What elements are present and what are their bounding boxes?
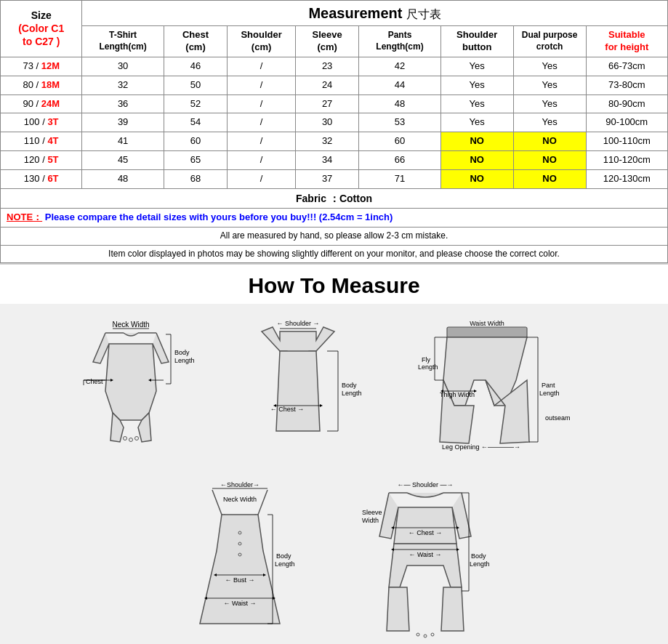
shoulder-header: Shoulder(cm) [228,26,296,57]
note-label: NOTE： [7,212,42,222]
svg-marker-30 [474,390,477,393]
body-length-dress2: Length [275,560,295,568]
how-to-section: How To Measure Neck Width [0,263,668,644]
svg-point-51 [431,633,434,636]
info-row-2: Item color displayed in photos may be sh… [1,245,668,263]
dress-svg: ←Shoulder→ Neck Width Body [160,478,320,638]
sleeve-cell: 27 [295,94,358,113]
pants-svg: Waist Width Fly Length Thig [407,318,589,464]
shoulder-label-d2: ← Shoulder → [276,320,319,327]
sleeve-width-label2: Width [362,517,379,524]
tshirt-cell: 48 [82,170,164,189]
leg-opening-label: Leg Opening ←————→ [442,443,520,451]
tshirt-header: T-ShirtLength(cm) [82,26,164,57]
jumpsuit-svg: ←— Shoulder —→ [342,478,509,638]
size-cell: 130 / 6T [1,170,82,189]
body-length-label2: Length [174,357,195,364]
height-cell: 90-100cm [586,113,667,132]
waist-label-dress: ← Waist → [223,600,256,607]
body-length-dress: Body [276,552,291,560]
size-cell: 80 / 18M [1,76,82,94]
btn-cell: NO [440,170,513,189]
shoulder-btn-header: Shoulderbutton [440,26,513,57]
size-header: Size (Color C1to C27 ) [1,1,82,57]
diagram-dress: ←Shoulder→ Neck Width Body [160,478,320,638]
dual-cell: NO [513,132,586,151]
dual-cell: NO [513,170,586,189]
bodylength-label-d2b: Length [342,390,362,397]
svg-point-4 [129,438,132,442]
tshirt-cell: 32 [82,76,164,94]
size-cell: 120 / 5T [1,151,82,170]
shoulder-cell: / [228,132,296,151]
body-length-jump2: Length [470,560,490,568]
fabric-row: Fabric ：Cotton [1,189,668,209]
sleeve-cell: 32 [295,132,358,151]
height-cell: 120-130cm [586,170,667,189]
measurement-section: Size (Color C1to C27 ) Measurement 尺寸表 T… [0,0,668,263]
diagram-pants: Waist Width Fly Length Thig [407,318,589,464]
dual-header: Dual purposecrotch [513,26,586,57]
dual-cell: Yes [513,94,586,113]
svg-marker-23 [320,404,323,407]
info-text-2: Item color displayed in photos may be sh… [1,245,668,263]
pant-length-label: Pant [542,382,555,389]
svg-point-3 [123,437,126,440]
bust-label-dress: ← Bust → [225,576,254,584]
tshirt-cell: 41 [82,132,164,151]
svg-point-49 [417,633,419,636]
sleeve-cell: 37 [295,170,358,189]
chest-cell: 60 [164,132,227,151]
btn-cell: NO [440,132,513,151]
sleeve-cell: 24 [295,76,358,94]
shoulder-cell: / [228,57,296,76]
dual-cell: Yes [513,57,586,76]
shoulder-cell: / [228,113,296,132]
table-row: 90 / 24M 36 52 / 27 48 Yes Yes 80-90cm [1,94,668,113]
diagram-jumpsuit: ←— Shoulder —→ [342,478,509,638]
shoulder-dress-label: ←Shoulder→ [220,481,259,488]
sleeve-cell: 34 [295,151,358,170]
chest-header: Chest(cm) [164,26,227,57]
neck-width-dress: Neck Width [222,496,256,503]
size-cell: 73 / 12M [1,57,82,76]
outseam-label: outseam [545,414,571,422]
height-cell: 100-110cm [586,132,667,151]
diagrams-area: Neck Width [0,304,668,644]
btn-cell: Yes [440,76,513,94]
size-cell: 100 / 3T [1,113,82,132]
tshirt-cell: 36 [82,94,164,113]
size-cell: 110 / 4T [1,132,82,151]
chest-label-diagram: Chest [86,378,103,385]
waist-width-label: Waist Width [470,320,504,327]
height-cell: 66-73cm [586,57,667,76]
fabric-label: Fabric [296,193,326,204]
sleeve-cell: 30 [295,113,358,132]
svg-point-50 [424,635,427,637]
thigh-width-label: Thigh Width [440,391,475,398]
neck-width-label: Neck Width [112,321,149,329]
sleeve-width-label: Sleeve [362,509,382,516]
suitable-header: Suitablefor height [586,26,667,57]
tshirt-cell: 30 [82,57,164,76]
svg-marker-60 [456,548,459,551]
svg-marker-59 [391,548,394,551]
tshirt-svg: ← Shoulder → Neck Width Body Length [244,318,385,464]
btn-cell: Yes [440,94,513,113]
dual-cell: Yes [513,76,586,94]
body-length-label: Body [174,349,190,356]
diagram-tshirt: ← Shoulder → Neck Width Body Length [244,318,385,464]
pants-cell: 60 [359,132,440,151]
sleeve-header: Sleeve(cm) [295,26,358,57]
how-to-title: How To Measure [0,263,668,304]
fly-length-label: Fly [422,356,430,363]
waist-label-jump: ← Waist → [409,551,441,558]
chest-cell: 52 [164,94,227,113]
diagram-romper: Neck Width [80,318,222,464]
tshirt-cell: 39 [82,113,164,132]
info-text-1: All are measured by hand, so please allo… [1,228,668,246]
shoulder-jump-label: ←— Shoulder —→ [397,481,453,488]
chest-cell: 46 [164,57,227,76]
table-row: 120 / 5T 45 65 / 34 66 NO NO 110-120cm [1,151,668,170]
note-text: Please compare the detail sizes with you… [45,212,393,222]
